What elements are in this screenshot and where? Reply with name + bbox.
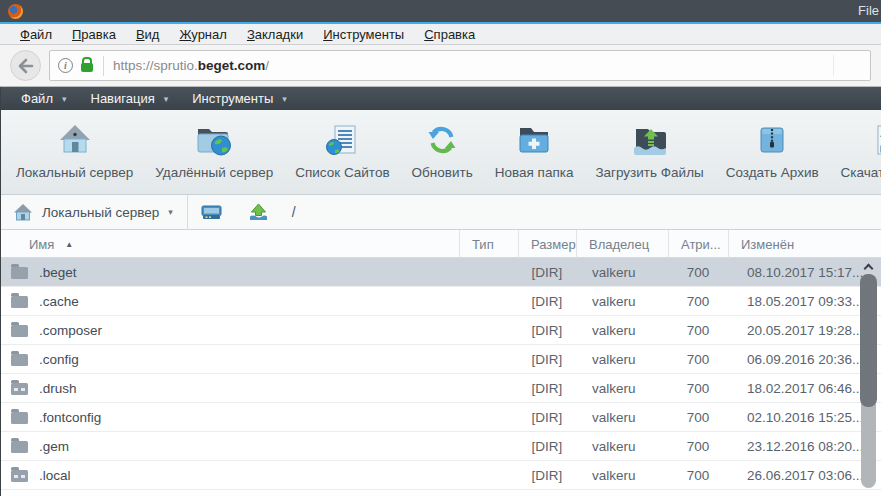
new-folder-icon: [516, 122, 552, 158]
urlbar-history-divider: [833, 55, 834, 76]
server-selector[interactable]: Локальный сервер ▾: [13, 195, 187, 229]
disk-icon: [201, 204, 222, 221]
file-name: .drush: [39, 381, 77, 396]
chevron-down-icon: ▾: [168, 207, 173, 217]
vertical-scrollbar[interactable]: [859, 258, 878, 490]
chevron-down-icon: ▾: [164, 94, 169, 104]
go-up-button[interactable]: [235, 195, 282, 229]
file-size: [DIR]: [518, 432, 576, 461]
sites-list-button[interactable]: Список Сайтов: [284, 122, 400, 180]
column-header-attrs[interactable]: Атри...: [668, 230, 728, 258]
file-type: [459, 374, 518, 403]
scroll-up-button[interactable]: [859, 258, 878, 274]
column-header-type[interactable]: Тип: [459, 230, 518, 258]
url-bar[interactable]: i https://sprutio.beget.com/: [49, 50, 871, 81]
path-bar: Локальный сервер ▾ /: [1, 195, 881, 230]
menu-view[interactable]: Вид: [126, 27, 170, 42]
browser-window: File Файл Правка Вид Журнал Закладки Инс…: [0, 0, 881, 497]
app-menu-navigation-label: Навигация: [91, 91, 155, 106]
folder-icon: [11, 412, 28, 424]
remote-server-icon: [195, 122, 233, 158]
table-row[interactable]: .config [DIR] valkeru 700 06.09.2016 20:…: [1, 345, 881, 374]
chevron-down-icon: ▾: [62, 94, 67, 104]
file-name: .composer: [39, 323, 102, 338]
menu-history[interactable]: Журнал: [169, 27, 236, 42]
file-type: [459, 258, 518, 287]
table-row[interactable]: .beget [DIR] valkeru 700 08.10.2017 15:1…: [1, 258, 881, 287]
file-attrs: 700: [668, 258, 728, 287]
home-icon: [13, 203, 33, 222]
file-name: .gem: [39, 439, 69, 454]
create-archive-label: Создать Архив: [726, 165, 819, 180]
table-row[interactable]: .cache [DIR] valkeru 700 18.05.2017 09:3…: [1, 287, 881, 316]
url-scheme: https://sprutio.: [113, 58, 198, 73]
file-owner: valkeru: [576, 258, 668, 287]
table-row[interactable]: .composer [DIR] valkeru 700 20.05.2017 1…: [1, 316, 881, 345]
refresh-label: Обновить: [412, 165, 473, 180]
chevron-up-icon: [864, 264, 874, 274]
file-attrs: 700: [668, 461, 728, 490]
browser-nav-toolbar: i https://sprutio.beget.com/: [0, 45, 881, 87]
arrow-up-icon: [248, 203, 269, 221]
local-server-button[interactable]: Локальный сервер: [5, 122, 144, 180]
file-size: [DIR]: [518, 345, 576, 374]
file-size: [DIR]: [518, 258, 576, 287]
file-owner: valkeru: [576, 345, 668, 374]
secure-lock-icon[interactable]: [81, 63, 93, 72]
file-owner: valkeru: [576, 432, 668, 461]
column-header-owner[interactable]: Владелец: [576, 230, 668, 258]
file-type: [459, 287, 518, 316]
file-type: [459, 345, 518, 374]
table-row[interactable]: .local [DIR] valkeru 700 26.06.2017 03:0…: [1, 461, 881, 490]
menu-edit[interactable]: Правка: [62, 27, 126, 42]
download-archive-button[interactable]: ZIP Скачать Архив: [830, 122, 881, 180]
file-type: [459, 316, 518, 345]
upload-files-button[interactable]: Загрузить Файлы: [584, 122, 714, 180]
refresh-button[interactable]: Обновить: [401, 122, 484, 180]
bottom-strip: [1, 490, 881, 496]
url-path: /: [265, 58, 269, 73]
column-header-name[interactable]: Имя ▲: [1, 230, 459, 258]
app-menu-tools[interactable]: Инструменты ▾: [180, 91, 299, 106]
column-header-modified[interactable]: Изменён: [728, 230, 881, 258]
download-archive-icon: ZIP: [870, 122, 881, 158]
file-name: .fontconfig: [39, 410, 101, 425]
firefox-icon: [8, 4, 23, 19]
file-name: .beget: [39, 265, 77, 280]
menu-bookmarks[interactable]: Закладки: [237, 27, 313, 42]
upload-files-label: Загрузить Файлы: [595, 165, 703, 180]
column-header-size[interactable]: Размер: [518, 230, 576, 258]
web-app: Файл ▾ Навигация ▾ Инструменты ▾: [0, 87, 881, 496]
app-menu-file-label: Файл: [21, 91, 53, 106]
menu-help[interactable]: Справка: [414, 27, 485, 42]
remote-server-button[interactable]: Удалённый сервер: [144, 122, 284, 180]
url-domain: beget.com: [198, 58, 266, 73]
file-attrs: 700: [668, 345, 728, 374]
file-type: [459, 403, 518, 432]
app-menu-navigation[interactable]: Навигация ▾: [79, 91, 181, 106]
back-button[interactable]: [10, 50, 41, 81]
new-folder-button[interactable]: Новая папка: [484, 122, 585, 180]
download-archive-label: Скачать Архив: [841, 165, 881, 180]
url-text[interactable]: https://sprutio.beget.com/: [113, 58, 269, 73]
remote-server-label: Удалённый сервер: [155, 165, 273, 180]
create-archive-button[interactable]: Создать Архив: [715, 122, 830, 180]
main-toolbar: Локальный сервер Удалённый сервер: [1, 110, 881, 195]
file-type: [459, 432, 518, 461]
menu-file[interactable]: Файл: [10, 27, 62, 42]
table-row[interactable]: .gem [DIR] valkeru 700 23.12.2016 08:20.…: [1, 432, 881, 461]
file-size: [DIR]: [518, 316, 576, 345]
app-menu-file[interactable]: Файл ▾: [9, 91, 79, 106]
file-list: .beget [DIR] valkeru 700 08.10.2017 15:1…: [1, 258, 881, 490]
table-row[interactable]: .drush [DIR] valkeru 700 18.02.2017 06:4…: [1, 374, 881, 403]
menu-tools[interactable]: Инструменты: [313, 27, 414, 42]
page-info-icon[interactable]: i: [58, 58, 73, 73]
sites-list-icon: [325, 122, 359, 158]
window-title: File: [858, 3, 879, 18]
app-menubar: Файл ▾ Навигация ▾ Инструменты ▾: [1, 87, 881, 110]
file-attrs: 700: [668, 316, 728, 345]
table-row[interactable]: .fontconfig [DIR] valkeru 700 02.10.2016…: [1, 403, 881, 432]
folder-icon: [11, 470, 28, 482]
disk-select-button[interactable]: [188, 195, 235, 229]
scrollbar-thumb[interactable]: [860, 274, 877, 407]
